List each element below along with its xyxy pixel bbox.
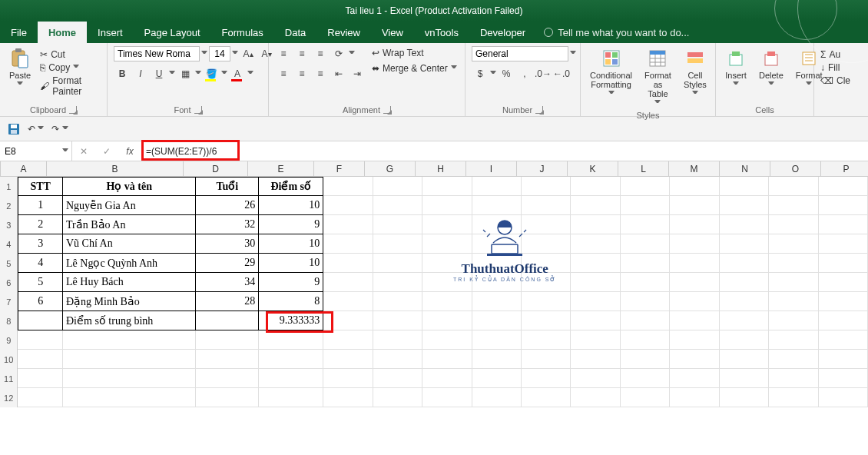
cell[interactable] [373, 177, 422, 196]
cell[interactable] [373, 369, 422, 388]
undo-icon[interactable]: ↶ [28, 124, 44, 135]
align-top-icon[interactable]: ≡ [275, 46, 292, 61]
tab-review[interactable]: Review [316, 22, 371, 43]
orientation-icon[interactable]: ⟳ [330, 46, 347, 61]
cell[interactable] [670, 330, 719, 350]
tab-page-layout[interactable]: Page Layout [134, 22, 211, 43]
cell-age[interactable]: 28 [196, 292, 259, 311]
cell[interactable] [670, 311, 719, 330]
cell[interactable] [373, 311, 422, 330]
cell[interactable] [670, 273, 719, 292]
cell[interactable] [522, 292, 571, 311]
cell-score[interactable]: 10 [259, 254, 323, 273]
col-header-e[interactable]: E [248, 161, 314, 176]
cell[interactable] [196, 330, 259, 350]
cell[interactable] [63, 330, 196, 350]
number-format-select[interactable] [472, 46, 568, 61]
conditional-formatting-button[interactable]: Conditional Formatting [587, 46, 635, 100]
tab-view[interactable]: View [371, 22, 414, 43]
accounting-format-icon[interactable]: $ [472, 66, 489, 81]
cell[interactable] [720, 369, 769, 388]
cell[interactable] [621, 273, 670, 292]
autosum-button[interactable]: Σ Au [820, 49, 840, 60]
cell-stt[interactable]: 5 [18, 273, 63, 292]
comma-format-icon[interactable]: , [516, 66, 533, 81]
tell-me[interactable]: Tell me what you want to do... [544, 22, 689, 43]
header-score[interactable]: Điểm số [259, 177, 323, 196]
decrease-indent-icon[interactable]: ⇤ [330, 66, 347, 81]
italic-button[interactable]: I [132, 66, 149, 81]
cell[interactable] [769, 369, 818, 388]
cell[interactable] [196, 369, 259, 388]
cell-name[interactable]: Lê Ngọc Quỳnh Anh [63, 254, 196, 273]
col-header-g[interactable]: G [365, 161, 416, 176]
cell-score[interactable]: 9 [259, 273, 323, 292]
cell[interactable] [769, 350, 818, 369]
cell[interactable] [571, 273, 620, 292]
cell[interactable] [63, 388, 196, 407]
cell[interactable] [571, 292, 620, 311]
clipboard-launcher[interactable] [69, 106, 77, 114]
cell-name[interactable]: Lê Huy Bách [63, 273, 196, 292]
cell[interactable] [373, 215, 422, 234]
border-button[interactable]: ▦ [177, 66, 194, 81]
cell[interactable] [323, 177, 373, 196]
cell-stt[interactable]: 6 [18, 292, 63, 311]
cell[interactable] [621, 350, 670, 369]
cell[interactable] [323, 254, 373, 273]
cell[interactable] [18, 311, 63, 330]
cell[interactable] [621, 388, 670, 407]
cell[interactable] [422, 177, 472, 196]
cell[interactable] [323, 273, 373, 292]
cell-name[interactable]: Vũ Chí An [63, 234, 196, 254]
cell[interactable] [571, 330, 620, 350]
cell[interactable] [196, 350, 259, 369]
cell-styles-button[interactable]: Cell Styles [681, 46, 710, 100]
cell[interactable] [670, 177, 719, 196]
cell[interactable] [323, 311, 373, 330]
cell[interactable] [769, 196, 818, 215]
cell[interactable] [18, 369, 63, 388]
cell[interactable] [621, 369, 670, 388]
cell[interactable] [63, 369, 196, 388]
cell[interactable] [472, 196, 522, 215]
cell[interactable] [323, 369, 373, 388]
cell[interactable] [373, 234, 422, 254]
increase-decimal-icon[interactable]: .0→ [535, 66, 552, 81]
cell-age[interactable]: 32 [196, 215, 259, 234]
cell[interactable] [323, 234, 373, 254]
insert-cells-button[interactable]: Insert [722, 46, 750, 91]
cell-avg-value[interactable]: 9.333333 [259, 311, 323, 330]
cell[interactable] [323, 196, 373, 215]
cell[interactable] [472, 292, 522, 311]
cell[interactable] [259, 388, 323, 407]
cell-stt[interactable]: 2 [18, 215, 63, 234]
cell[interactable] [259, 350, 323, 369]
cell[interactable] [18, 388, 63, 407]
decrease-decimal-icon[interactable]: ←.0 [553, 66, 570, 81]
row-header[interactable]: 4 [0, 234, 18, 254]
cell[interactable] [819, 350, 868, 369]
row-header[interactable]: 10 [0, 350, 18, 369]
cell[interactable] [819, 369, 868, 388]
tab-data[interactable]: Data [274, 22, 316, 43]
cell[interactable] [769, 273, 818, 292]
fill-button[interactable]: ↓ Fill [820, 62, 840, 73]
align-right-icon[interactable]: ≡ [312, 66, 329, 81]
col-header-l[interactable]: L [618, 161, 669, 176]
cell[interactable] [769, 388, 818, 407]
cell[interactable] [373, 388, 422, 407]
cell[interactable] [571, 350, 620, 369]
tab-insert[interactable]: Insert [87, 22, 134, 43]
cell-stt[interactable]: 1 [18, 196, 63, 215]
cell[interactable] [769, 311, 818, 330]
header-age[interactable]: Tuổi [196, 177, 259, 196]
header-stt[interactable]: STT [18, 177, 63, 196]
underline-button[interactable]: U [151, 66, 167, 81]
cell[interactable] [819, 311, 868, 330]
cell[interactable] [373, 350, 422, 369]
row-header[interactable]: 8 [0, 311, 18, 330]
cell[interactable] [769, 330, 818, 350]
row-header[interactable]: 5 [0, 254, 18, 273]
align-center-icon[interactable]: ≡ [293, 66, 310, 81]
